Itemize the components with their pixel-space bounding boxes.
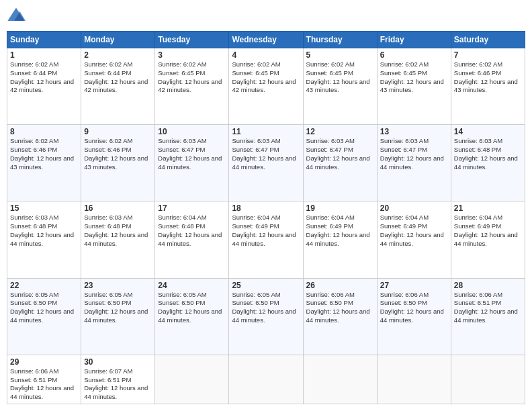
day-number: 3 [158,50,226,60]
day-header-wednesday: Wednesday [229,32,303,48]
calendar-cell: 25 Sunrise: 6:05 AM Sunset: 6:50 PM Dayl… [229,278,303,355]
day-info: Sunrise: 6:02 AM Sunset: 6:45 PM Dayligh… [158,60,226,95]
day-number: 24 [158,281,226,290]
calendar-cell: 2 Sunrise: 6:02 AM Sunset: 6:44 PM Dayli… [81,48,155,125]
calendar-cell: 17 Sunrise: 6:04 AM Sunset: 6:48 PM Dayl… [155,201,229,278]
day-number: 19 [306,203,374,213]
day-info: Sunrise: 6:04 AM Sunset: 6:49 PM Dayligh… [306,214,374,248]
day-number: 6 [380,50,448,60]
day-number: 7 [454,50,522,60]
logo [7,7,27,26]
header [7,7,525,26]
calendar-cell: 26 Sunrise: 6:06 AM Sunset: 6:50 PM Dayl… [303,278,377,355]
calendar-cell: 10 Sunrise: 6:03 AM Sunset: 6:47 PM Dayl… [155,125,229,201]
day-info: Sunrise: 6:02 AM Sunset: 6:44 PM Dayligh… [84,60,152,95]
logo-icon [7,7,26,26]
day-number: 12 [306,127,374,136]
day-info: Sunrise: 6:02 AM Sunset: 6:46 PM Dayligh… [84,137,152,171]
day-info: Sunrise: 6:05 AM Sunset: 6:50 PM Dayligh… [84,291,152,325]
calendar-week-3: 15 Sunrise: 6:03 AM Sunset: 6:48 PM Dayl… [7,201,525,278]
calendar-cell: 27 Sunrise: 6:06 AM Sunset: 6:50 PM Dayl… [377,278,451,355]
calendar-week-4: 22 Sunrise: 6:05 AM Sunset: 6:50 PM Dayl… [7,278,525,355]
day-info: Sunrise: 6:04 AM Sunset: 6:49 PM Dayligh… [454,214,522,248]
day-info: Sunrise: 6:05 AM Sunset: 6:50 PM Dayligh… [232,291,300,325]
day-info: Sunrise: 6:03 AM Sunset: 6:47 PM Dayligh… [306,137,374,171]
day-header-saturday: Saturday [451,32,525,48]
calendar-cell: 1 Sunrise: 6:02 AM Sunset: 6:44 PM Dayli… [7,48,81,125]
day-info: Sunrise: 6:04 AM Sunset: 6:48 PM Dayligh… [158,214,226,248]
day-info: Sunrise: 6:03 AM Sunset: 6:47 PM Dayligh… [158,137,226,171]
day-number: 16 [84,203,152,213]
day-number: 23 [84,281,152,290]
day-info: Sunrise: 6:02 AM Sunset: 6:45 PM Dayligh… [380,60,448,95]
calendar-cell: 11 Sunrise: 6:03 AM Sunset: 6:47 PM Dayl… [229,125,303,201]
calendar-cell: 29 Sunrise: 6:06 AM Sunset: 6:51 PM Dayl… [7,355,81,404]
calendar-cell: 14 Sunrise: 6:03 AM Sunset: 6:48 PM Dayl… [451,125,525,201]
calendar-cell: 13 Sunrise: 6:03 AM Sunset: 6:47 PM Dayl… [377,125,451,201]
calendar-table: SundayMondayTuesdayWednesdayThursdayFrid… [7,31,525,404]
day-info: Sunrise: 6:02 AM Sunset: 6:45 PM Dayligh… [306,60,374,95]
day-number: 30 [84,357,152,367]
calendar-cell: 9 Sunrise: 6:02 AM Sunset: 6:46 PM Dayli… [81,125,155,201]
day-number: 26 [306,281,374,290]
day-info: Sunrise: 6:02 AM Sunset: 6:45 PM Dayligh… [232,60,300,95]
day-number: 5 [306,50,374,60]
day-number: 9 [84,127,152,136]
calendar-week-1: 1 Sunrise: 6:02 AM Sunset: 6:44 PM Dayli… [7,48,525,125]
calendar-week-5: 29 Sunrise: 6:06 AM Sunset: 6:51 PM Dayl… [7,355,525,404]
calendar-cell [451,355,525,404]
day-info: Sunrise: 6:03 AM Sunset: 6:47 PM Dayligh… [232,137,300,171]
day-number: 22 [10,281,78,290]
calendar-cell: 7 Sunrise: 6:02 AM Sunset: 6:46 PM Dayli… [451,48,525,125]
day-number: 27 [380,281,448,290]
day-header-sunday: Sunday [7,32,81,48]
calendar-cell [303,355,377,404]
day-number: 11 [232,127,300,136]
day-info: Sunrise: 6:06 AM Sunset: 6:50 PM Dayligh… [380,291,448,325]
day-info: Sunrise: 6:04 AM Sunset: 6:49 PM Dayligh… [232,214,300,248]
day-number: 10 [158,127,226,136]
calendar-cell [377,355,451,404]
calendar-cell: 18 Sunrise: 6:04 AM Sunset: 6:49 PM Dayl… [229,201,303,278]
calendar-cell: 22 Sunrise: 6:05 AM Sunset: 6:50 PM Dayl… [7,278,81,355]
day-info: Sunrise: 6:02 AM Sunset: 6:44 PM Dayligh… [10,60,78,95]
day-header-friday: Friday [377,32,451,48]
day-number: 18 [232,203,300,213]
calendar-page: SundayMondayTuesdayWednesdayThursdayFrid… [0,0,532,411]
calendar-cell: 5 Sunrise: 6:02 AM Sunset: 6:45 PM Dayli… [303,48,377,125]
day-number: 4 [232,50,300,60]
day-header-tuesday: Tuesday [155,32,229,48]
calendar-cell: 3 Sunrise: 6:02 AM Sunset: 6:45 PM Dayli… [155,48,229,125]
calendar-cell: 21 Sunrise: 6:04 AM Sunset: 6:49 PM Dayl… [451,201,525,278]
day-info: Sunrise: 6:04 AM Sunset: 6:49 PM Dayligh… [380,214,448,248]
day-info: Sunrise: 6:05 AM Sunset: 6:50 PM Dayligh… [158,291,226,325]
day-number: 29 [10,357,78,367]
day-number: 14 [454,127,522,136]
calendar-cell: 23 Sunrise: 6:05 AM Sunset: 6:50 PM Dayl… [81,278,155,355]
day-info: Sunrise: 6:03 AM Sunset: 6:48 PM Dayligh… [454,137,522,171]
calendar-cell: 16 Sunrise: 6:03 AM Sunset: 6:48 PM Dayl… [81,201,155,278]
calendar-week-2: 8 Sunrise: 6:02 AM Sunset: 6:46 PM Dayli… [7,125,525,201]
day-number: 15 [10,203,78,213]
day-info: Sunrise: 6:06 AM Sunset: 6:51 PM Dayligh… [454,291,522,325]
calendar-cell: 6 Sunrise: 6:02 AM Sunset: 6:45 PM Dayli… [377,48,451,125]
day-number: 21 [454,203,522,213]
day-header-thursday: Thursday [303,32,377,48]
day-header-monday: Monday [81,32,155,48]
day-info: Sunrise: 6:03 AM Sunset: 6:48 PM Dayligh… [10,214,78,248]
day-number: 2 [84,50,152,60]
calendar-cell: 8 Sunrise: 6:02 AM Sunset: 6:46 PM Dayli… [7,125,81,201]
day-info: Sunrise: 6:06 AM Sunset: 6:50 PM Dayligh… [306,291,374,325]
day-info: Sunrise: 6:02 AM Sunset: 6:46 PM Dayligh… [10,137,78,171]
calendar-cell: 30 Sunrise: 6:07 AM Sunset: 6:51 PM Dayl… [81,355,155,404]
calendar-cell [155,355,229,404]
calendar-cell: 12 Sunrise: 6:03 AM Sunset: 6:47 PM Dayl… [303,125,377,201]
day-info: Sunrise: 6:03 AM Sunset: 6:47 PM Dayligh… [380,137,448,171]
calendar-cell [229,355,303,404]
day-number: 28 [454,281,522,290]
calendar-cell: 4 Sunrise: 6:02 AM Sunset: 6:45 PM Dayli… [229,48,303,125]
calendar-cell: 24 Sunrise: 6:05 AM Sunset: 6:50 PM Dayl… [155,278,229,355]
day-number: 8 [10,127,78,136]
calendar-cell: 28 Sunrise: 6:06 AM Sunset: 6:51 PM Dayl… [451,278,525,355]
day-info: Sunrise: 6:07 AM Sunset: 6:51 PM Dayligh… [84,367,152,402]
